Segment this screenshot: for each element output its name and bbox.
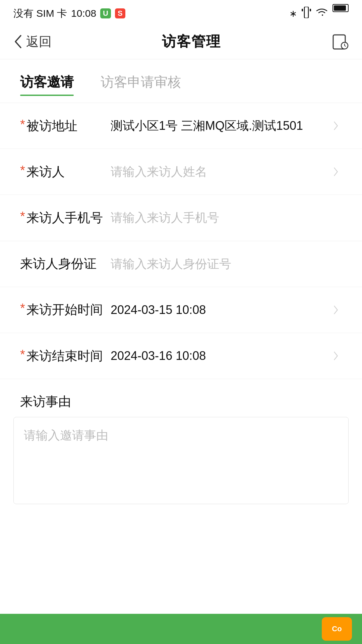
- visit-end-value: 2024-03-16 10:08: [111, 347, 326, 365]
- reason-label: 来访事由: [0, 379, 362, 417]
- status-bar: 没有 SIM 卡 10:08 U S ∗: [0, 0, 362, 24]
- visit-start-required: *: [20, 301, 25, 316]
- visit-start-label: * 来访开始时间: [20, 301, 111, 318]
- visit-end-row[interactable]: * 来访结束时间 2024-03-16 10:08: [0, 333, 362, 379]
- reason-textarea[interactable]: 请输入邀请事由: [13, 417, 349, 504]
- address-chevron: [330, 120, 342, 132]
- form-section: * 被访地址 测试小区1号 三湘MQ区域.测试1501 * 来访人 请输入来访人…: [0, 103, 362, 379]
- tabs-container: 访客邀请 访客申请审核: [0, 59, 362, 103]
- tab-visitor-review[interactable]: 访客申请审核: [101, 73, 181, 96]
- page-title: 访客管理: [162, 32, 221, 51]
- status-left: 没有 SIM 卡 10:08 U S: [13, 7, 125, 20]
- sim-badge-1: U: [100, 8, 111, 18]
- back-label: 返回: [26, 33, 52, 50]
- visit-start-value: 2024-03-15 10:08: [111, 301, 326, 319]
- address-value: 测试小区1号 三湘MQ区域.测试1501: [111, 117, 326, 135]
- bottom-bar: Co: [0, 614, 362, 644]
- svg-rect-1: [302, 9, 303, 11]
- address-required: *: [20, 117, 25, 132]
- nav-bar: 返回 访客管理: [0, 24, 362, 59]
- sim-badge-2: S: [115, 8, 125, 18]
- bottom-logo: Co: [322, 617, 352, 641]
- battery-icon: [333, 4, 349, 23]
- svg-rect-2: [310, 9, 311, 11]
- status-right: ∗: [289, 4, 349, 23]
- visitor-phone-placeholder: 请输入来访人手机号: [111, 209, 326, 226]
- history-icon[interactable]: [331, 33, 349, 50]
- visitor-id-placeholder: 请输入来访人身份证号: [111, 255, 326, 273]
- visitor-name-required: *: [20, 163, 25, 178]
- visit-end-required: *: [20, 347, 25, 362]
- reason-section: 来访事由 请输入邀请事由: [0, 379, 362, 504]
- no-sim-text: 没有 SIM 卡: [13, 7, 67, 20]
- reason-placeholder: 请输入邀请事由: [24, 427, 338, 444]
- visit-start-row[interactable]: * 来访开始时间 2024-03-15 10:08: [0, 287, 362, 333]
- svg-rect-0: [304, 7, 308, 18]
- visitor-phone-required: *: [20, 209, 25, 224]
- visitor-id-label: 来访人身份证: [20, 255, 111, 272]
- address-row[interactable]: * 被访地址 测试小区1号 三湘MQ区域.测试1501: [0, 103, 362, 149]
- back-button[interactable]: 返回: [13, 33, 52, 50]
- visit-start-chevron: [330, 304, 342, 316]
- vibrate-icon: [302, 7, 311, 20]
- visitor-name-chevron: [330, 166, 342, 178]
- visitor-name-placeholder: 请输入来访人姓名: [111, 163, 326, 180]
- bluetooth-icon: ∗: [289, 8, 297, 19]
- visitor-phone-label: * 来访人手机号: [20, 209, 111, 226]
- visitor-name-label: * 来访人: [20, 163, 111, 180]
- tab-visitor-invite[interactable]: 访客邀请: [20, 73, 74, 96]
- wifi-icon: [316, 8, 328, 19]
- visitor-id-row[interactable]: 来访人身份证 请输入来访人身份证号: [0, 241, 362, 287]
- visitor-name-row[interactable]: * 来访人 请输入来访人姓名: [0, 149, 362, 195]
- visit-end-label: * 来访结束时间: [20, 347, 111, 365]
- visitor-phone-row[interactable]: * 来访人手机号 请输入来访人手机号: [0, 195, 362, 241]
- time-text: 10:08: [71, 8, 96, 19]
- address-label: * 被访地址: [20, 117, 111, 135]
- visit-end-chevron: [330, 350, 342, 362]
